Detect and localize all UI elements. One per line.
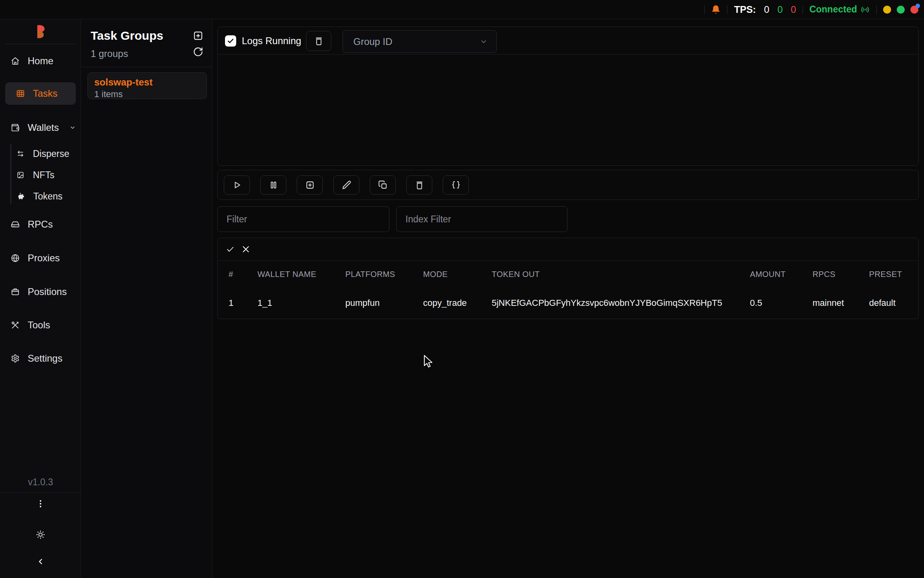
edit-json-button[interactable] — [443, 175, 469, 195]
column-header: PRESET — [869, 270, 918, 279]
chevron-down-icon — [480, 38, 488, 46]
kebab-menu-icon — [36, 499, 45, 509]
cell-index: 1 — [229, 298, 257, 308]
task-group-item[interactable]: solswap-test 1 items — [87, 72, 207, 99]
tps-total: 0 — [764, 4, 769, 15]
duplicate-task-button[interactable] — [370, 175, 396, 195]
topbar-separator — [704, 5, 705, 14]
sidebar-item-label: Tasks — [33, 88, 57, 99]
sidebar-item-tools[interactable]: Tools — [0, 314, 81, 336]
signal-icon — [860, 5, 870, 14]
topbar-separator — [876, 5, 877, 14]
check-icon — [226, 245, 235, 254]
tps-success: 0 — [777, 4, 782, 15]
topbar-separator — [802, 5, 803, 14]
topbar-separator — [727, 5, 727, 14]
filter-input[interactable] — [217, 206, 389, 232]
table-row[interactable]: 1 1_1 pumpfun copy_trade 5jNKEfGACPbGFyh… — [218, 287, 918, 319]
pause-icon — [269, 180, 278, 190]
more-options-button[interactable] — [0, 499, 81, 509]
sidebar-item-rpcs[interactable]: RPCs — [0, 213, 81, 236]
play-icon — [232, 180, 242, 190]
wallet-icon — [11, 123, 20, 132]
add-task-button[interactable] — [297, 175, 323, 195]
logs-running-checkbox[interactable] — [225, 35, 236, 47]
group-id-select[interactable]: Group ID — [342, 30, 497, 53]
sun-icon — [36, 530, 45, 539]
cell-rpcs: mainnet — [813, 298, 869, 308]
notification-bell-icon[interactable] — [711, 5, 721, 14]
sidebar-divider — [0, 493, 81, 493]
sidebar-item-label: Settings — [28, 353, 63, 364]
column-header: WALLET NAME — [257, 270, 345, 279]
sidebar-item-label: Wallets — [28, 122, 59, 133]
sidebar: Home Tasks Wallets Disperse NFTs — [0, 19, 81, 578]
sidebar-item-nfts[interactable]: NFTs — [0, 164, 81, 186]
chevron-down-icon — [69, 124, 76, 131]
edit-task-button[interactable] — [333, 175, 359, 195]
column-header: AMOUNT — [750, 270, 813, 279]
app-version: v1.0.3 — [0, 477, 81, 488]
sidebar-item-label: Home — [28, 55, 53, 67]
column-header: PLATFORMS — [345, 270, 423, 279]
add-group-button[interactable] — [193, 31, 203, 41]
disperse-arrows-icon — [17, 150, 24, 157]
panel-divider — [81, 67, 212, 67]
sidebar-divider — [5, 44, 76, 44]
sidebar-item-tokens[interactable]: Tokens — [0, 185, 81, 208]
deselect-all-button[interactable] — [241, 244, 251, 254]
refresh-groups-button[interactable] — [193, 47, 203, 57]
globe-icon — [11, 254, 20, 263]
column-header: TOKEN OUT — [492, 270, 750, 279]
image-icon — [17, 171, 24, 179]
delete-task-button[interactable] — [406, 175, 432, 195]
cell-token-out: 5jNKEfGACPbGFyhYkzsvpc6wobnYJYBoGimqSXR6… — [492, 298, 750, 308]
plus-square-icon — [193, 31, 203, 41]
copy-icon — [378, 180, 388, 190]
window-close-dot[interactable] — [910, 6, 918, 14]
tps-label: TPS: — [734, 4, 756, 15]
task-group-items-count: 1 items — [94, 89, 207, 100]
x-icon — [241, 244, 251, 254]
sidebar-item-settings[interactable]: Settings — [0, 347, 81, 370]
trash-icon — [314, 36, 324, 46]
sidebar-item-label: Tokens — [33, 191, 63, 202]
cell-wallet-name: 1_1 — [257, 298, 345, 308]
sidebar-item-positions[interactable]: Positions — [0, 281, 81, 303]
cell-amount: 0.5 — [750, 298, 813, 308]
index-filter-input[interactable] — [396, 206, 567, 232]
theme-toggle-button[interactable] — [0, 530, 81, 539]
refresh-icon — [193, 47, 203, 57]
piggy-bank-icon — [17, 193, 24, 200]
sidebar-item-label: Proxies — [28, 252, 60, 264]
sidebar-item-disperse[interactable]: Disperse — [0, 142, 81, 165]
task-groups-panel: Task Groups 1 groups solswap-test 1 item… — [81, 19, 212, 578]
table-header-row: # WALLET NAME PLATFORMS MODE TOKEN OUT A… — [218, 261, 918, 287]
logs-output-area — [218, 55, 918, 166]
sidebar-item-proxies[interactable]: Proxies — [0, 247, 81, 269]
sidebar-item-label: RPCs — [28, 219, 53, 230]
collapse-sidebar-button[interactable] — [0, 557, 81, 566]
pause-tasks-button[interactable] — [260, 175, 286, 195]
task-groups-title: Task Groups — [91, 29, 163, 43]
window-maximize-dot[interactable] — [897, 6, 905, 14]
sidebar-item-home[interactable]: Home — [0, 50, 81, 72]
window-minimize-dot[interactable] — [883, 6, 891, 14]
main-content: Logs Running Group ID — [213, 19, 924, 578]
gear-icon — [11, 354, 20, 363]
logs-header: Logs Running Group ID — [218, 27, 918, 55]
sidebar-item-label: Tools — [28, 320, 50, 331]
sidebar-item-tasks[interactable]: Tasks — [5, 82, 76, 105]
braces-icon — [451, 180, 461, 190]
select-all-button[interactable] — [226, 245, 235, 254]
sidebar-item-label: Disperse — [33, 149, 69, 159]
pencil-icon — [342, 180, 351, 190]
check-icon — [227, 37, 235, 45]
sidebar-item-label: Positions — [28, 286, 67, 297]
start-tasks-button[interactable] — [224, 175, 250, 195]
cell-preset: default — [869, 298, 918, 308]
connection-status-text: Connected — [809, 4, 857, 15]
sidebar-item-wallets[interactable]: Wallets — [0, 116, 81, 139]
column-header: RPCS — [813, 270, 869, 279]
clear-logs-button[interactable] — [306, 31, 331, 51]
